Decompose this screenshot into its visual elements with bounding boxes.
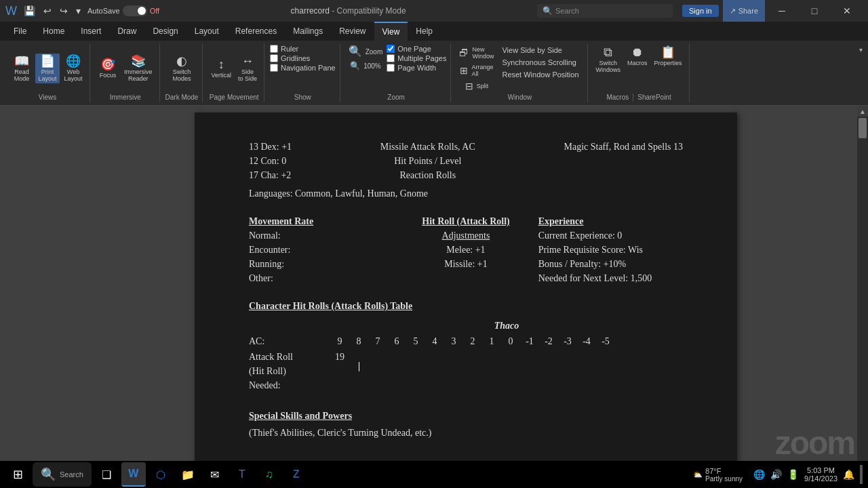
left-margin	[0, 106, 75, 488]
read-mode-button[interactable]: 📖 ReadMode	[9, 54, 34, 83]
z-taskbar-icon[interactable]: Z	[284, 462, 309, 487]
ac-val-4: 4	[425, 334, 444, 348]
mail-taskbar-icon[interactable]: ✉	[203, 462, 227, 487]
weather-widget[interactable]: ⛅ 87°F Partly sunny	[693, 467, 743, 483]
navigation-pane-checkbox[interactable]	[270, 64, 278, 72]
focus-button[interactable]: 🎯 Focus	[96, 57, 120, 80]
ribbon-group-window: 🗗 NewWindow ⊞ ArrangeAll ⊟ Split View Si…	[452, 43, 587, 102]
arrange-all-icon: ⊞	[460, 66, 468, 75]
sign-in-button[interactable]: Sign in	[682, 5, 719, 17]
ac-val-7: 7	[368, 334, 387, 348]
gridlines-checkbox[interactable]	[270, 54, 278, 62]
movement-running: Running:	[249, 257, 393, 271]
tab-view[interactable]: View	[374, 22, 408, 41]
search-box[interactable]: 🔍 Search	[537, 4, 673, 18]
new-window-button[interactable]: 🗗 NewWindow	[456, 45, 496, 61]
window-group-inner: 🗗 NewWindow ⊞ ArrangeAll ⊟ Split View Si…	[456, 45, 583, 92]
reset-window-position-btn[interactable]: Reset Window Position	[498, 69, 583, 80]
zoom-button[interactable]: 🔍 Zoom	[346, 45, 386, 58]
scroll-track[interactable]	[857, 140, 868, 477]
tab-insert[interactable]: Insert	[73, 22, 109, 41]
expand-ribbon-area: ▾	[859, 43, 863, 102]
time-display: 5:03 PM	[804, 466, 837, 474]
immersive-reader-button[interactable]: 📚 ImmersiveReader	[121, 54, 155, 83]
ruler-checkbox[interactable]	[270, 45, 278, 53]
tab-home[interactable]: Home	[35, 22, 73, 41]
undo-quick-btn[interactable]: ↩	[41, 4, 54, 18]
document-page[interactable]: 13 Dex: +1 12 Con: 0 17 Cha: +2 Missile …	[195, 113, 737, 485]
tab-help[interactable]: Help	[408, 22, 441, 41]
save-quick-btn[interactable]: 💾	[21, 4, 38, 18]
tab-file[interactable]: File	[5, 22, 35, 41]
macros-button[interactable]: ⏺ Macros	[625, 45, 650, 68]
explorer-taskbar-icon[interactable]: 📁	[176, 462, 200, 487]
search-icon: 🔍	[542, 6, 553, 16]
tab-draw[interactable]: Draw	[109, 22, 144, 41]
show-desktop-btn[interactable]	[860, 465, 863, 484]
zoom-100-icon: 🔍	[350, 61, 360, 70]
ruler-checkbox-item[interactable]: Ruler	[270, 45, 336, 53]
spotify-taskbar-icon[interactable]: ♫	[257, 462, 281, 487]
battery-icon[interactable]: 🔋	[787, 469, 799, 480]
side-to-side-button[interactable]: ↔ Sideto Side	[235, 54, 260, 83]
speaker-icon[interactable]: 🔊	[770, 469, 782, 480]
task-view-button[interactable]: ❑	[94, 462, 119, 487]
zoom-label: Zoom	[366, 48, 383, 56]
arrange-all-button[interactable]: ⊞ ArrangeAll	[456, 62, 496, 79]
vertical-button[interactable]: ↕ Vertical	[208, 57, 234, 80]
gridlines-checkbox-item[interactable]: Gridlines	[270, 54, 336, 62]
ac-val-1: 1	[482, 334, 501, 348]
page-width-item[interactable]: Page Width	[387, 64, 446, 72]
minimize-button[interactable]: ─	[766, 0, 797, 22]
scroll-up-button[interactable]: ▲	[857, 106, 868, 117]
navigation-pane-checkbox-item[interactable]: Navigation Pane	[270, 64, 336, 72]
mode-label: -	[332, 6, 336, 16]
maximize-button[interactable]: □	[799, 0, 830, 22]
vertical-scrollbar[interactable]: ▲ ▼	[857, 106, 868, 488]
tab-mailings[interactable]: Mailings	[285, 22, 331, 41]
multiple-pages-item[interactable]: Multiple Pages	[387, 54, 446, 62]
zoom-100-button[interactable]: 🔍 100%	[346, 60, 386, 72]
print-layout-button[interactable]: 📄 PrintLayout	[35, 54, 60, 83]
expand-ribbon-btn[interactable]: ▾	[859, 46, 863, 54]
tab-review[interactable]: Review	[331, 22, 374, 41]
web-layout-button[interactable]: 🌐 WebLayout	[61, 54, 85, 83]
attack-table-title: Character Hit Rolls (Attack Rolls) Table	[249, 299, 683, 313]
switch-modes-icon: ◐	[176, 55, 187, 67]
network-icon[interactable]: 🌐	[753, 469, 765, 480]
word-taskbar-icon[interactable]: W	[121, 462, 146, 487]
more-quick-btn[interactable]: ▾	[73, 4, 83, 18]
weather-info: 87°F Partly sunny	[705, 467, 743, 483]
autosave-toggle[interactable]	[123, 5, 147, 16]
tab-layout[interactable]: Layout	[186, 22, 227, 41]
synchronous-scrolling-btn[interactable]: Synchronous Scrolling	[498, 57, 583, 68]
clock[interactable]: 5:03 PM 9/14/2023	[804, 466, 837, 483]
one-page-item[interactable]: One Page	[387, 45, 446, 53]
properties-button[interactable]: 📋 Properties	[652, 45, 685, 68]
taskbar-search[interactable]: 🔍 Search	[33, 462, 92, 487]
edge-taskbar-icon[interactable]: ⬡	[149, 462, 173, 487]
view-side-by-side-btn[interactable]: View Side by Side	[498, 45, 583, 56]
new-window-label: NewWindow	[472, 46, 494, 60]
page-width-checkbox[interactable]	[387, 64, 395, 72]
switch-windows-button[interactable]: ⧉ SwitchWindows	[593, 45, 624, 75]
multiple-pages-checkbox[interactable]	[387, 54, 395, 62]
one-page-checkbox[interactable]	[387, 45, 395, 53]
split-button[interactable]: ⊟ Split	[456, 80, 496, 92]
close-button[interactable]: ✕	[831, 0, 863, 22]
share-icon: ↗	[730, 7, 736, 16]
teams-taskbar-icon[interactable]: T	[230, 462, 254, 487]
tab-design[interactable]: Design	[144, 22, 186, 41]
dark-mode-group-label: Dark Mode	[165, 94, 199, 101]
redo-quick-btn[interactable]: ↪	[57, 4, 71, 18]
tab-references[interactable]: References	[227, 22, 285, 41]
movement-rate-title: Movement Rate	[249, 214, 393, 228]
scroll-thumb[interactable]	[859, 118, 867, 138]
share-button[interactable]: ↗ Share	[723, 0, 765, 22]
switch-modes-button[interactable]: ◐ SwitchModes	[170, 54, 194, 83]
notification-btn[interactable]: 🔔	[843, 469, 854, 480]
document-scroll[interactable]: 13 Dex: +1 12 Con: 0 17 Cha: +2 Missile …	[75, 106, 857, 488]
split-label: Split	[477, 83, 489, 89]
start-button[interactable]: ⊞	[5, 462, 30, 487]
special-skills-subtitle: (Thief's Abilities, Cleric's Turning Und…	[249, 426, 683, 440]
